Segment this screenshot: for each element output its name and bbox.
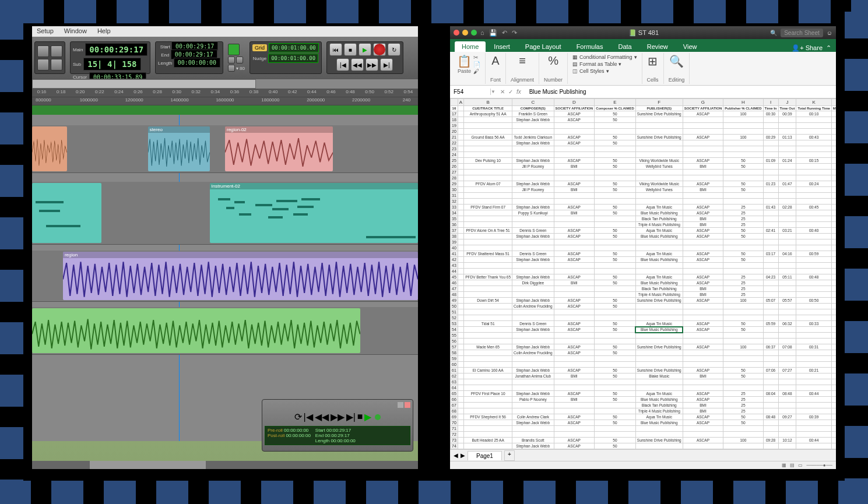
midi-clip-instrument02[interactable]: Instrument-02 <box>210 183 418 243</box>
table-row[interactable]: 48Triple 4 Music PublishingBMI25 <box>451 292 837 298</box>
mode-button-2[interactable] <box>236 57 243 64</box>
menu-setup[interactable]: Setup <box>37 27 54 36</box>
audio-clip-region02[interactable]: region-02 <box>225 126 333 171</box>
record-button[interactable] <box>373 43 386 56</box>
table-row[interactable]: 41PFDV Shattered Mass 51Dennis S GreenAS… <box>451 251 837 257</box>
float-goto-start-button[interactable]: |◀ <box>304 411 313 422</box>
table-row[interactable]: 52 <box>451 315 837 321</box>
grid-button[interactable]: Grid <box>252 44 267 51</box>
table-row[interactable]: 60 <box>451 362 837 368</box>
table-row[interactable]: 61El Camino 160 AAStephan Jack WebbASCAP… <box>451 368 837 373</box>
cut-icon[interactable]: ✂ <box>473 54 480 61</box>
table-row[interactable]: 70Stephan Jack WebbASCAP50Blue Music Pub… <box>451 420 837 426</box>
table-row[interactable]: 37PFDV Alone On A Tree 51Dennis S GreenA… <box>451 228 837 234</box>
table-row[interactable]: 57Made Men 65Stephan Jack WebbASCAP50Sun… <box>451 344 837 350</box>
audio-clip-region[interactable]: region <box>63 252 418 300</box>
zoom-window-icon[interactable] <box>471 30 477 36</box>
menu-help[interactable]: Help <box>97 27 111 36</box>
col-header[interactable]: I <box>763 99 778 106</box>
view-pagebreak-icon[interactable]: ▭ <box>798 463 803 468</box>
smiley-icon[interactable]: ☺ <box>827 30 832 36</box>
table-row[interactable]: 19 <box>451 123 837 129</box>
tab-formulas[interactable]: Formulas <box>570 41 610 52</box>
audio-clip-stereo[interactable]: stereo <box>148 126 210 171</box>
rewind-start-button[interactable]: ⏮ <box>329 43 342 56</box>
paste-icon[interactable]: 📋 <box>457 54 472 68</box>
float-end[interactable]: 00:00:29:17 <box>325 433 349 438</box>
minimize-window-icon[interactable] <box>462 30 468 36</box>
cond-format-button[interactable]: Conditional Formatting <box>579 54 632 60</box>
table-row[interactable]: 22Stephan Jack WebbASCAP50 <box>451 140 837 146</box>
goto-start-button[interactable]: |◀ <box>336 58 349 71</box>
table-row[interactable]: 40 <box>451 245 837 251</box>
table-row[interactable]: 33PFDV Stand Firm 07Stephan Jack WebbASC… <box>451 205 837 210</box>
loop-button[interactable]: ↻ <box>388 43 400 56</box>
float-fastfwd-button[interactable]: ▶▶ <box>331 411 345 422</box>
table-row[interactable]: 30Jill P RooneyBMI50Wellybird TunesBMI50 <box>451 187 837 193</box>
table-row[interactable]: 42Stephan Jack WebbASCAP50Blue Music Pub… <box>451 257 837 263</box>
table-row[interactable]: 44 <box>451 269 837 274</box>
table-row[interactable]: 65PFDV First Place 10Stephan Jack WebbAS… <box>451 391 837 397</box>
table-row[interactable]: 20 <box>451 129 837 135</box>
add-sheet-button[interactable]: + <box>504 450 515 461</box>
transport-window[interactable]: ⟳ |◀ ◀◀ ▶▶ ▶| ■ ▶ Pre-roll 00:00:00:00 P… <box>262 399 413 452</box>
table-row[interactable]: 74Stephan Jack WebbASCAP50 <box>451 443 837 449</box>
zoom-slider[interactable]: ─────●── <box>806 463 832 468</box>
table-row[interactable]: 28 <box>451 175 837 181</box>
table-row[interactable]: 73Butt Headed 25 AABrandis ScottASCAP50S… <box>451 438 837 443</box>
col-header[interactable]: B <box>464 99 512 106</box>
main-counter[interactable]: 00:00:29:17 <box>85 43 147 56</box>
formula-input[interactable]: Blue Music Publishing <box>526 89 836 95</box>
table-row[interactable]: 46Dirk DiggdeeBMI50Blue Music Publishing… <box>451 280 837 286</box>
play-indicator-icon[interactable] <box>228 44 240 55</box>
table-row[interactable]: 53Tidal 51Dennis S GreenASCAP50Aqua Tin … <box>451 321 837 327</box>
tab-review[interactable]: Review <box>640 41 675 52</box>
float-play-button[interactable]: ▶ <box>364 411 371 422</box>
table-row[interactable]: 32 <box>451 199 837 205</box>
goto-end-button[interactable]: ▶| <box>380 58 393 71</box>
cell-styles-icon[interactable]: ◫ <box>572 68 578 74</box>
fx-icon[interactable]: fx <box>516 89 521 95</box>
stop-button[interactable]: ■ <box>344 43 357 56</box>
format-table-button[interactable]: Format as Table <box>579 61 617 67</box>
pencil-icon[interactable] <box>51 45 62 57</box>
table-row[interactable]: 66Pablo P NooneyBMI50Blue Music Publishi… <box>451 397 837 403</box>
preroll-value[interactable]: 00:00:00:00 <box>284 428 308 433</box>
table-row[interactable]: 34Poppy S KunikuyiBMI50Blue Music Publis… <box>451 210 837 216</box>
float-online-button[interactable]: ⟳ <box>294 411 302 422</box>
share-button[interactable]: 👤+ Share <box>792 44 823 52</box>
accept-formula-icon[interactable]: ✓ <box>508 89 513 95</box>
name-box[interactable]: F54 <box>450 89 491 95</box>
speaker-icon[interactable] <box>37 45 49 57</box>
table-row[interactable]: 50Colin Andrew FrucklingASCAP50 <box>451 304 837 309</box>
float-goto-end-button[interactable]: ▶| <box>346 411 356 422</box>
table-row[interactable]: 25Dev Pulsing 10Stephan Jack WebbASCAP50… <box>451 158 837 164</box>
editing-icon[interactable]: 🔍 <box>669 54 684 68</box>
float-rewind-button[interactable]: ◀◀ <box>315 411 329 422</box>
rewind-button[interactable]: ◀◀ <box>351 58 364 71</box>
search-icon[interactable]: 🔍 <box>770 30 777 36</box>
tab-data[interactable]: Data <box>611 41 638 52</box>
format-painter-icon[interactable]: 🖌 <box>473 68 480 75</box>
timeline-ruler[interactable]: 0:160:180:200:220:240:260:280:300:320:34… <box>32 89 418 115</box>
link-icon[interactable] <box>51 59 62 71</box>
table-row[interactable]: 56 <box>451 339 837 344</box>
view-layout-icon[interactable]: ▤ <box>790 463 795 468</box>
audio-clip-green[interactable] <box>32 308 360 353</box>
col-header[interactable]: H <box>723 99 763 106</box>
format-table-icon[interactable]: ▤ <box>572 61 578 67</box>
col-header[interactable]: F <box>635 99 683 106</box>
horizontal-scrollbar[interactable] <box>32 461 418 469</box>
float-start[interactable]: 00:00:29:17 <box>326 428 351 433</box>
midi-clip[interactable] <box>32 183 101 243</box>
table-row[interactable]: 21Ground Bass 56 AATodd Jenkins Clarkson… <box>451 135 837 140</box>
table-row[interactable]: 38Stephan Jack WebbASCAP50Blue Music Pub… <box>451 234 837 239</box>
menu-window[interactable]: Window <box>64 27 87 36</box>
table-row[interactable]: 36Triple 4 Music PublishingBMI25 <box>451 222 837 228</box>
cancel-formula-icon[interactable]: ✕ <box>500 89 505 95</box>
fastfwd-button[interactable]: ▶▶ <box>366 58 378 71</box>
redo-icon[interactable]: ↷ <box>512 29 517 37</box>
table-row[interactable]: 51 <box>451 309 837 315</box>
cells-icon[interactable]: ⊞ <box>648 54 658 68</box>
table-row[interactable]: 58Colin Andrew FrucklingASCAP50 <box>451 350 837 356</box>
